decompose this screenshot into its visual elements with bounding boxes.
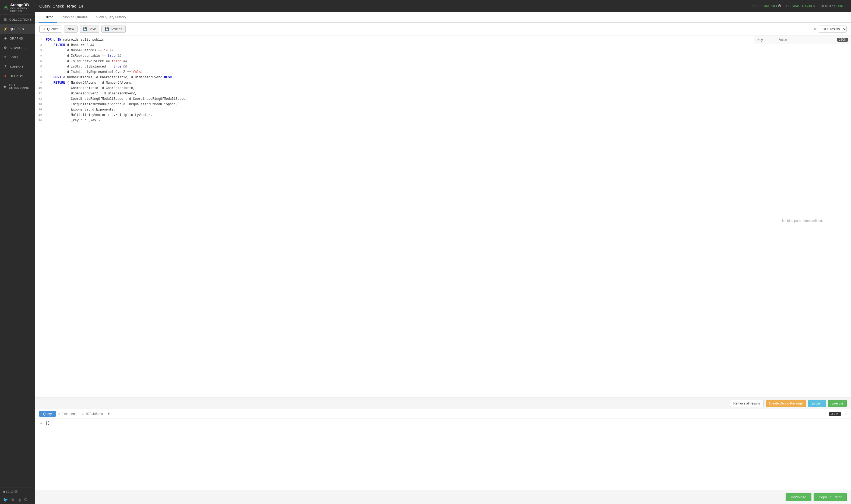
db-info: DB: MATROIDSDB ↻ xyxy=(786,4,815,8)
topbar-right: USER: MATROID ⏻ DB: MATROIDSDB ↻ HEALTH:… xyxy=(753,4,847,8)
code-line-9: 9 RETURN { NumberOfAtoms : d.NumberOfAto… xyxy=(35,81,754,86)
line-content-9: RETURN { NumberOfAtoms : d.NumberOfAtoms… xyxy=(45,81,754,86)
graphs-icon: ◈ xyxy=(3,36,7,40)
elements-count: ⊞ 0 elements xyxy=(58,412,77,416)
github-icon[interactable]: ◎ xyxy=(18,498,21,502)
twitter-icon[interactable]: 🐦 xyxy=(3,498,8,502)
sidebar-item-label: COLLECTIONS xyxy=(10,18,32,21)
star-icon: ★ xyxy=(3,85,7,89)
code-line-14: 14 Exponents: d.Exponents, xyxy=(35,108,754,113)
user-power-icon[interactable]: ⏻ xyxy=(778,4,781,7)
download-button[interactable]: Download xyxy=(786,493,812,501)
code-line-6: 6 d.IsStronglyBalanced == true && xyxy=(35,65,754,70)
sidebar-item-collections[interactable]: ⊞ COLLECTIONS xyxy=(0,15,35,24)
sidebar-item-support[interactable]: ? SUPPORT xyxy=(0,62,35,71)
code-editor[interactable]: 1FOR d IN matroids_split_public2 FILTER … xyxy=(35,36,754,397)
value-column-header: Value xyxy=(779,38,787,42)
save-as-icon: 💾 xyxy=(105,27,109,31)
social-links: 🐦 ⚙ ◎ G xyxy=(0,496,35,504)
new-button[interactable]: New xyxy=(64,25,77,33)
result-line: 1 [] xyxy=(35,421,851,426)
line-content-4: d.IsRepresentable == true && xyxy=(45,54,754,59)
tab-running-queries[interactable]: Running Queries xyxy=(57,12,92,23)
code-line-8: 8 SORT d.NumberOfAtoms, d.Characteristic… xyxy=(35,75,754,81)
sidebar-item-graphs[interactable]: ◈ GRAPHS xyxy=(0,34,35,43)
code-line-4: 4 d.IsRepresentable == true && xyxy=(35,54,754,59)
line-content-10: Characteristic: d.Characteristic, xyxy=(45,86,754,91)
copy-to-editor-button[interactable]: Copy To Editor xyxy=(814,493,847,501)
google-icon[interactable]: G xyxy=(24,498,27,502)
results-limit-select[interactable]: 1000 results 100 results 500 results 200… xyxy=(819,25,847,33)
tab-slow-query-history[interactable]: Slow Query History xyxy=(92,12,131,23)
queries-button[interactable]: ★ Queries xyxy=(39,25,62,33)
line-content-3: d.NumberOfAtoms == 14 && xyxy=(45,49,754,54)
arangodb-logo-icon xyxy=(3,4,8,11)
explain-button[interactable]: Explain xyxy=(808,400,826,407)
version-info-icon[interactable]: ℹ xyxy=(15,490,17,493)
sidebar-logo: ArangoDB COMMUNITY EDITION xyxy=(0,0,35,15)
sidebar-item-help-us[interactable]: ♥ HELP US xyxy=(0,71,35,81)
line-content-13: InequalitiesOfModuliSpace: d.Inequalitie… xyxy=(45,102,754,108)
code-line-3: 3 d.NumberOfAtoms == 14 && xyxy=(35,49,754,54)
editor-toolbar: ★ Queries New 💾 Save 💾 Save as ✏ xyxy=(35,23,851,36)
star-icon: ★ xyxy=(43,27,46,31)
result-meta: ⊞ 0 elements ⏱ 929.446 ms ▼ xyxy=(58,412,110,416)
services-icon: ⚙ xyxy=(3,46,7,50)
execution-time: ⏱ 929.446 ms xyxy=(82,412,103,416)
sidebar-item-label: SUPPORT xyxy=(10,65,25,68)
debug-package-button[interactable]: Create Debug Package xyxy=(766,400,806,407)
sidebar-item-logs[interactable]: ≡ LOGS xyxy=(0,52,35,62)
tab-bar: Editor Running Queries Slow Query Histor… xyxy=(35,12,851,23)
key-column-header: Key xyxy=(757,38,763,42)
sidebar: ArangoDB COMMUNITY EDITION ⊞ COLLECTIONS… xyxy=(0,0,35,504)
code-line-2: 2 FILTER d.Rank == 3 && xyxy=(35,43,754,49)
line-content-8: SORT d.NumberOfAtoms, d.Characteristic, … xyxy=(45,75,754,81)
execute-button[interactable]: Execute xyxy=(828,400,847,407)
results-dropdown-arrow[interactable]: ▼ xyxy=(107,412,110,416)
code-line-10: 10 Characteristic: d.Characteristic, xyxy=(35,86,754,91)
line-content-5: d.IsInductivelyFree == false && xyxy=(45,59,754,65)
bottom-bar: Download Copy To Editor xyxy=(35,490,851,504)
clock-icon: ⏱ xyxy=(82,412,85,416)
health-info: HEALTH: GOOD ✓ xyxy=(821,4,847,8)
bind-params-panel: Key Value JSON No bind parameters define… xyxy=(754,36,851,397)
code-line-16: 16 _key : d._key } xyxy=(35,118,754,124)
results-tab-bar: Query ⊞ 0 elements ⏱ 929.446 ms ▼ JSO xyxy=(35,409,851,419)
code-line-13: 13 InequalitiesOfModuliSpace: d.Inequali… xyxy=(35,102,754,108)
line-content-2: FILTER d.Rank == 3 && xyxy=(45,43,754,49)
line-content-6: d.IsStronglyBalanced == true && xyxy=(45,65,754,70)
results-content: 1 [] xyxy=(35,419,851,490)
content-area: Editor Running Queries Slow Query Histor… xyxy=(35,12,851,504)
result-tab-query[interactable]: Query xyxy=(39,411,56,417)
logs-icon: ≡ xyxy=(3,55,7,59)
user-info: USER: MATROID ⏻ xyxy=(753,4,781,7)
app-edition: COMMUNITY EDITION xyxy=(10,7,32,12)
page-title: Query: Check_Terao_14 xyxy=(39,4,83,8)
result-close-button[interactable]: × xyxy=(845,412,847,416)
settings-icon[interactable]: ⚙ xyxy=(11,498,15,502)
code-line-11: 11 DimensionOverZ : d.DimensionOverZ, xyxy=(35,91,754,97)
sidebar-item-queries[interactable]: ⚡ QUERIES xyxy=(0,24,35,34)
save-button[interactable]: 💾 Save xyxy=(80,25,99,33)
line-content-15: MultiplicityVector : d.MultiplicityVecto… xyxy=(45,113,754,118)
results-area: Query ⊞ 0 elements ⏱ 929.446 ms ▼ JSO xyxy=(35,409,851,490)
results-limit-selector: ✏ 1000 results 100 results 500 results 2… xyxy=(814,25,847,33)
save-icon: 💾 xyxy=(83,27,87,31)
db-label: DB: xyxy=(786,4,791,7)
tab-editor[interactable]: Editor xyxy=(39,12,57,23)
sidebar-item-enterprise[interactable]: ★ GET ENTERPRISE xyxy=(0,81,35,92)
save-as-button[interactable]: 💾 Save as xyxy=(102,25,125,33)
sidebar-item-label: QUERIES xyxy=(10,28,24,31)
sidebar-item-label: LOGS xyxy=(10,56,19,59)
main-content: Query: Check_Terao_14 USER: MATROID ⏻ DB… xyxy=(35,0,851,504)
db-value: MATROIDSDB xyxy=(792,4,812,7)
remove-results-button[interactable]: Remove all results xyxy=(730,400,764,407)
health-label: HEALTH: xyxy=(821,4,833,7)
db-refresh-icon[interactable]: ↻ xyxy=(813,4,815,8)
result-json-toggle[interactable]: JSON xyxy=(829,412,841,416)
bind-params-header: Key Value JSON xyxy=(754,36,851,44)
sidebar-item-services[interactable]: ⚙ SERVICES xyxy=(0,43,35,52)
code-line-7: 7 d.IsUniquelyRepresentableOverZ == fals… xyxy=(35,70,754,75)
edit-icon[interactable]: ✏ xyxy=(814,27,817,31)
bind-params-json-toggle[interactable]: JSON xyxy=(837,38,848,42)
